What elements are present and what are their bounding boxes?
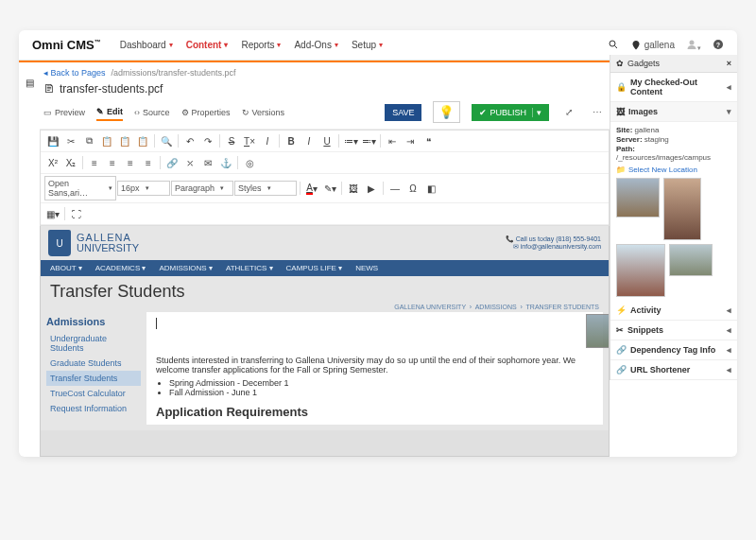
svg-line-1: [614, 45, 617, 48]
fullscreen-icon[interactable]: ⛶: [68, 205, 85, 222]
sidenav-truecost[interactable]: TrueCost Calculator: [46, 386, 141, 401]
image-thumb[interactable]: [663, 178, 701, 240]
font-select[interactable]: Open Sans,ari…▾: [44, 176, 116, 200]
gadget-url[interactable]: 🔗URL Shortener◂: [610, 360, 737, 380]
nav-news[interactable]: NEWS: [355, 264, 378, 272]
italic-icon[interactable]: I: [259, 132, 276, 149]
copy-icon[interactable]: ⧉: [80, 132, 97, 149]
anchor-icon[interactable]: ⚓: [217, 154, 234, 171]
publish-button[interactable]: ✔ PUBLISH▾: [472, 104, 549, 121]
save-icon[interactable]: 💾: [44, 132, 61, 149]
svg-text:?: ?: [716, 41, 720, 47]
cut-icon[interactable]: ✂: [62, 132, 79, 149]
unlink-icon[interactable]: ⤫: [181, 154, 198, 171]
sidenav-transfer[interactable]: Transfer Students: [46, 371, 141, 386]
search-icon[interactable]: [608, 39, 619, 52]
file-name: transfer-students.pcf: [60, 82, 163, 96]
nav-setup[interactable]: Setup ▾: [352, 40, 383, 50]
image-thumb[interactable]: [616, 244, 665, 297]
number-list-icon[interactable]: ≕▾: [360, 132, 377, 149]
page-title: Transfer Students: [41, 276, 609, 304]
align-justify-icon[interactable]: ≡: [140, 154, 157, 171]
sidenav-grad[interactable]: Graduate Students: [46, 356, 141, 371]
paste-word-icon[interactable]: 📋: [134, 132, 151, 149]
bullet-list-icon[interactable]: ≔▾: [342, 132, 359, 149]
nav-reports[interactable]: Reports ▾: [241, 40, 281, 50]
align-center-icon[interactable]: ≡: [104, 154, 121, 171]
gadgets-close-icon[interactable]: ×: [727, 59, 731, 68]
nav-content[interactable]: Content ▾: [186, 40, 229, 50]
images-gadget-body: Site: gallena Server: staging Path: /_re…: [610, 122, 737, 301]
align-left-icon[interactable]: ≡: [86, 154, 103, 171]
gadget-checked-out[interactable]: 🔒My Checked-Out Content◂: [610, 73, 737, 102]
editor-toolbar: 💾 ✂ ⧉ 📋 📋 📋 🔍 ↶ ↷ S T× I B: [40, 130, 610, 226]
highlight-icon[interactable]: ✎▾: [321, 180, 338, 197]
expand-icon[interactable]: ⤢: [560, 104, 577, 121]
user-menu[interactable]: ▾: [686, 39, 701, 52]
tab-versions[interactable]: ↻ Versions: [242, 105, 285, 120]
nav-addons[interactable]: Add-Ons ▾: [294, 40, 337, 50]
textcolor-icon[interactable]: A▾: [303, 180, 320, 197]
nav-dashboard[interactable]: Dashboard ▾: [120, 40, 173, 50]
nav-about[interactable]: ABOUT ▾: [50, 264, 82, 272]
media-icon[interactable]: ▶: [363, 180, 380, 197]
more-icon[interactable]: ⋯: [589, 104, 606, 121]
image-icon[interactable]: 🖼: [345, 180, 362, 197]
link-icon[interactable]: 🔗: [163, 154, 180, 171]
underline-icon[interactable]: U: [318, 132, 335, 149]
strike-icon[interactable]: S: [223, 132, 240, 149]
gadget-activity[interactable]: ⚡Activity◂: [610, 301, 737, 321]
editable-region[interactable]: Students interested in transferring to G…: [146, 312, 603, 425]
save-button[interactable]: SAVE: [385, 104, 421, 121]
site-selector[interactable]: gallena: [630, 40, 675, 51]
sidenav-undergrad[interactable]: Undergraduate Students: [46, 331, 141, 356]
tab-preview[interactable]: ▭ Preview: [43, 105, 85, 120]
align-right-icon[interactable]: ≡: [122, 154, 139, 171]
table-icon[interactable]: ▦▾: [44, 205, 61, 222]
lightbulb-button[interactable]: 💡: [433, 101, 460, 123]
tab-source[interactable]: ‹› Source: [134, 105, 170, 120]
pages-icon[interactable]: ▤: [26, 78, 34, 88]
help-icon[interactable]: ?: [713, 39, 724, 52]
gadgets-panel: ✿ Gadgets × 🔒My Checked-Out Content◂ 🖼Im…: [610, 55, 737, 380]
bold-icon[interactable]: B: [283, 132, 300, 149]
gadget-snippets[interactable]: ✂Snippets◂: [610, 321, 737, 340]
indent-icon[interactable]: ⇥: [402, 132, 419, 149]
styles-select[interactable]: Styles▾: [234, 181, 297, 196]
select-new-location[interactable]: 📁Select New Location: [616, 165, 731, 174]
subscript-icon[interactable]: X₂: [62, 154, 79, 171]
paste-text-icon[interactable]: 📋: [116, 132, 133, 149]
undo-icon[interactable]: ↶: [181, 132, 198, 149]
clear-icon[interactable]: T×: [241, 132, 258, 149]
char-icon[interactable]: Ω: [404, 180, 421, 197]
image-thumb[interactable]: [669, 244, 713, 276]
image-thumb[interactable]: [616, 178, 660, 218]
superscript-icon[interactable]: X²: [44, 154, 61, 171]
tab-properties[interactable]: ⚙ Properties: [181, 105, 231, 120]
svg-point-2: [690, 40, 695, 44]
paste-icon[interactable]: 📋: [98, 132, 115, 149]
nav-academics[interactable]: ACADEMICS ▾: [95, 264, 146, 272]
find-icon[interactable]: 🔍: [158, 132, 175, 149]
gadget-images[interactable]: 🖼Images▾: [610, 102, 737, 122]
quote-icon[interactable]: ❝: [420, 132, 437, 149]
nav-campus[interactable]: CAMPUS LIFE ▾: [286, 264, 343, 272]
italic2-icon[interactable]: I: [301, 132, 318, 149]
side-nav: Admissions Undergraduate Students Gradua…: [41, 312, 146, 430]
nav-athletics[interactable]: ATHLETICS ▾: [226, 264, 273, 272]
para-select[interactable]: Paragraph▾: [171, 181, 233, 196]
snippet-icon[interactable]: ◎: [241, 154, 258, 171]
nav-admissions[interactable]: ADMISSIONS ▾: [159, 264, 212, 272]
component-icon[interactable]: ◧: [422, 180, 439, 197]
sidenav-request[interactable]: Request Information: [46, 401, 141, 416]
back-link[interactable]: ◂ Back to Pages: [43, 68, 106, 78]
hr-icon[interactable]: —: [387, 180, 404, 197]
dragged-image[interactable]: [586, 314, 610, 348]
outdent-icon[interactable]: ⇤: [384, 132, 401, 149]
gadget-dependency[interactable]: 🔗Dependency Tag Info◂: [610, 340, 737, 360]
redo-icon[interactable]: ↷: [199, 132, 216, 149]
tab-edit[interactable]: ✎ Edit: [96, 104, 123, 121]
size-select[interactable]: 16px▾: [117, 181, 170, 196]
mail-icon[interactable]: ✉: [199, 154, 216, 171]
gadgets-gear-icon[interactable]: ✿: [616, 59, 624, 68]
